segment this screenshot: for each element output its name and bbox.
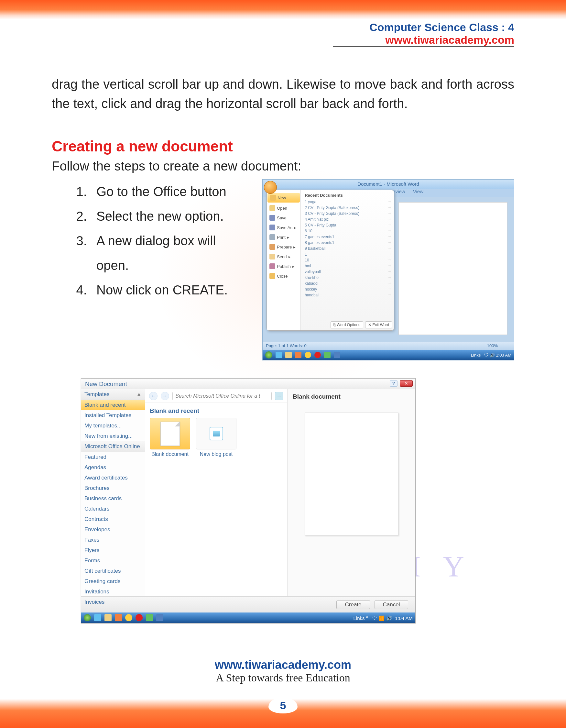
chrome-icon[interactable]: [125, 614, 132, 621]
template-label: New blog post: [196, 451, 237, 457]
word-screenshot: Document1 - Microsoft Word Review View N…: [262, 179, 514, 360]
status-zoom[interactable]: 100%: [487, 342, 498, 350]
sidebar-item[interactable]: Envelopes: [81, 524, 145, 535]
sidebar-item[interactable]: Invitations: [81, 587, 145, 597]
recent-item[interactable]: kho-kho⊣: [305, 275, 391, 281]
folder-icon[interactable]: [285, 352, 292, 358]
ie-icon[interactable]: [276, 352, 282, 358]
sidebar-item[interactable]: Contracts: [81, 514, 145, 524]
help-icon[interactable]: ?: [390, 380, 397, 387]
sidebar-item-blank-recent[interactable]: Blank and recent: [81, 400, 145, 410]
opera-icon[interactable]: [314, 352, 321, 358]
word-icon[interactable]: [156, 614, 163, 621]
sidebar-item[interactable]: Gift certificates: [81, 566, 145, 576]
recent-item[interactable]: 5 CV - Prity Gupta⊣: [305, 222, 391, 228]
sidebar-item[interactable]: Award certificates: [81, 473, 145, 483]
page-header: Computer Science Class : 4 www.tiwariaca…: [333, 21, 514, 47]
template-new-blog-post[interactable]: New blog post: [196, 418, 237, 457]
app-icon[interactable]: [295, 352, 301, 358]
tab-view[interactable]: View: [413, 189, 423, 194]
search-go-icon[interactable]: →: [275, 392, 283, 400]
excel-icon[interactable]: [324, 352, 330, 358]
menu-save[interactable]: Save: [267, 213, 300, 223]
recent-item[interactable]: 9 basketball⊣: [305, 246, 391, 251]
sidebar-item[interactable]: Calendars: [81, 504, 145, 514]
step-item: Now click on CREATE.: [91, 278, 250, 302]
folder-icon[interactable]: [105, 614, 112, 621]
new-document-dialog: New Document ? ✕ Templates ▲ Blank and r…: [81, 378, 416, 623]
ie-icon[interactable]: [94, 614, 101, 621]
document-area[interactable]: [398, 202, 507, 335]
taskbar-left: [84, 614, 163, 621]
start-icon[interactable]: [84, 614, 91, 621]
sidebar-item[interactable]: Installed Templates: [81, 410, 145, 421]
sidebar-item[interactable]: Featured: [81, 452, 145, 462]
app-icon[interactable]: [115, 614, 122, 621]
sidebar-item[interactable]: Business cards: [81, 493, 145, 504]
menu-prepare[interactable]: Prepare ▸: [267, 242, 300, 252]
step-item: A new dialog box will open.: [91, 228, 250, 278]
close-icon[interactable]: ✕: [400, 380, 413, 387]
recent-item[interactable]: volleyball⊣: [305, 269, 391, 275]
blank-doc-thumb: [150, 418, 190, 449]
sidebar-item[interactable]: Faxes: [81, 535, 145, 545]
menu-print[interactable]: Print ▸: [267, 232, 300, 242]
dialog-body: Templates ▲ Blank and recent Installed T…: [81, 389, 415, 596]
sidebar-item[interactable]: Invoices: [81, 597, 145, 607]
menu-send[interactable]: Send ▸: [267, 252, 300, 261]
word-options-button[interactable]: ⎘ Word Options: [330, 321, 363, 328]
sidebar-item[interactable]: My templates...: [81, 421, 145, 431]
recent-item[interactable]: 4 Amit Nat pic⊣: [305, 216, 391, 222]
sidebar-item[interactable]: Flyers: [81, 545, 145, 556]
menu-new[interactable]: New: [268, 193, 300, 203]
start-icon[interactable]: [265, 351, 272, 358]
main-toolbar: ← → →: [145, 389, 287, 403]
back-icon[interactable]: ←: [149, 392, 158, 400]
section-header: Blank and recent: [145, 403, 287, 418]
menu-save-as[interactable]: Save As ▸: [267, 223, 300, 232]
chrome-icon[interactable]: [305, 352, 311, 358]
taskbar-time: 1:04 AM: [395, 615, 413, 621]
links-label[interactable]: Links: [353, 615, 365, 621]
office-button-icon[interactable]: [264, 181, 277, 194]
opera-icon[interactable]: [136, 614, 143, 621]
template-blank-document[interactable]: Blank document: [150, 418, 190, 457]
cancel-button[interactable]: Cancel: [374, 600, 408, 609]
recent-item[interactable]: bmi⊣: [305, 263, 391, 269]
recent-item[interactable]: kabaddi⊣: [305, 281, 391, 286]
recent-item[interactable]: 1 yoga⊣: [305, 199, 391, 205]
recent-header: Recent Documents: [305, 193, 391, 198]
recent-item[interactable]: 8 games events1⊣: [305, 240, 391, 246]
sidebar-item[interactable]: Agendas: [81, 462, 145, 473]
links-label[interactable]: Links: [471, 353, 481, 358]
steps-list: Go to the Office button Select the new o…: [91, 179, 250, 360]
excel-icon[interactable]: [146, 614, 153, 621]
sidebar-item[interactable]: Brochures: [81, 483, 145, 493]
forward-icon[interactable]: →: [161, 392, 169, 400]
recent-item[interactable]: hockey⊣: [305, 286, 391, 292]
tray-icons[interactable]: 🛡 📶 🔊: [372, 615, 392, 621]
page-footer: www.tiwariacademy.com A Step towards fre…: [0, 658, 566, 684]
search-input[interactable]: [172, 392, 272, 400]
step-item: Select the new option.: [91, 204, 250, 228]
word-icon[interactable]: [334, 352, 340, 358]
recent-item[interactable]: 10⊣: [305, 257, 391, 263]
exit-word-button[interactable]: ✕ Exit Word: [365, 321, 392, 328]
recent-item[interactable]: handball⊣: [305, 292, 391, 298]
menu-close[interactable]: Close: [267, 271, 300, 281]
recent-item[interactable]: 1⊣: [305, 251, 391, 257]
sidebar-item[interactable]: Forms: [81, 556, 145, 566]
steps-row: Go to the Office button Select the new o…: [52, 179, 514, 360]
menu-open[interactable]: Open: [267, 203, 300, 213]
tray-icons[interactable]: 🛡 🔊: [484, 353, 495, 358]
sidebar-item[interactable]: New from existing...: [81, 431, 145, 441]
recent-item[interactable]: 6 10⊣: [305, 228, 391, 234]
recent-item[interactable]: 2 CV - Prity Gupta (Safexpress)⊣: [305, 205, 391, 211]
menu-publish[interactable]: Publish ▸: [267, 261, 300, 271]
recent-item[interactable]: 7 games events1⊣: [305, 234, 391, 240]
sidebar-item[interactable]: Greeting cards: [81, 576, 145, 587]
recent-item[interactable]: 3 CV - Prity Gupta (Safexpress)⊣: [305, 211, 391, 216]
create-button[interactable]: Create: [336, 600, 370, 609]
header-divider: [333, 46, 514, 47]
taskbar: Links 🛡 🔊 1:03 AM: [263, 350, 514, 360]
